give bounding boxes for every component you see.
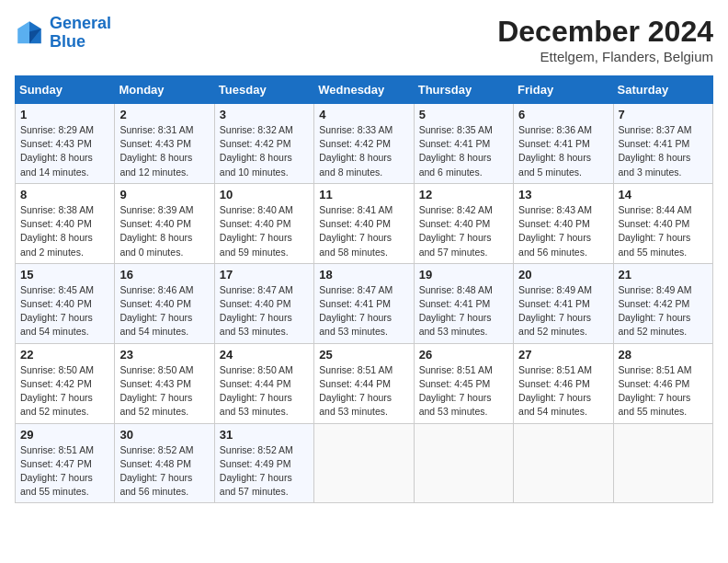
day-info: Sunrise: 8:39 AMSunset: 4:40 PMDaylight:… xyxy=(119,203,209,259)
calendar-cell xyxy=(314,423,414,503)
day-info: Sunrise: 8:31 AMSunset: 4:43 PMDaylight:… xyxy=(119,123,209,179)
logo-icon xyxy=(15,18,44,48)
header-friday: Friday xyxy=(514,76,613,104)
calendar-cell: 21Sunrise: 8:49 AMSunset: 4:42 PMDayligh… xyxy=(613,263,712,343)
header-saturday: Saturday xyxy=(613,76,712,104)
page-header: General Blue December 2024 Ettelgem, Fla… xyxy=(15,15,713,64)
day-info: Sunrise: 8:50 AMSunset: 4:43 PMDaylight:… xyxy=(119,363,209,419)
day-info: Sunrise: 8:37 AMSunset: 4:41 PMDaylight:… xyxy=(619,123,708,179)
day-number: 4 xyxy=(319,108,408,121)
logo-line1: General xyxy=(50,14,111,32)
header-monday: Monday xyxy=(115,76,214,104)
day-info: Sunrise: 8:51 AMSunset: 4:47 PMDaylight:… xyxy=(20,443,109,500)
day-number: 22 xyxy=(20,348,109,362)
calendar-cell: 9Sunrise: 8:39 AMSunset: 4:40 PMDaylight… xyxy=(115,183,214,263)
day-info: Sunrise: 8:49 AMSunset: 4:42 PMDaylight:… xyxy=(619,283,708,339)
day-info: Sunrise: 8:41 AMSunset: 4:40 PMDaylight:… xyxy=(319,203,408,259)
day-info: Sunrise: 8:42 AMSunset: 4:40 PMDaylight:… xyxy=(419,203,508,259)
day-number: 21 xyxy=(619,268,708,282)
day-number: 31 xyxy=(220,428,309,442)
calendar-cell xyxy=(613,423,712,503)
day-info: Sunrise: 8:48 AMSunset: 4:41 PMDaylight:… xyxy=(419,283,508,339)
calendar-cell: 25Sunrise: 8:51 AMSunset: 4:44 PMDayligh… xyxy=(314,343,414,423)
day-info: Sunrise: 8:32 AMSunset: 4:42 PMDaylight:… xyxy=(220,123,309,179)
day-info: Sunrise: 8:47 AMSunset: 4:41 PMDaylight:… xyxy=(319,283,408,339)
calendar-cell xyxy=(514,423,613,503)
day-number: 3 xyxy=(220,108,309,121)
day-info: Sunrise: 8:47 AMSunset: 4:40 PMDaylight:… xyxy=(220,283,309,339)
day-number: 18 xyxy=(319,268,408,282)
logo-text: General Blue xyxy=(50,15,111,52)
day-info: Sunrise: 8:29 AMSunset: 4:43 PMDaylight:… xyxy=(20,123,109,179)
calendar-cell: 20Sunrise: 8:49 AMSunset: 4:41 PMDayligh… xyxy=(514,263,613,343)
calendar-cell: 14Sunrise: 8:44 AMSunset: 4:40 PMDayligh… xyxy=(613,183,712,263)
day-info: Sunrise: 8:51 AMSunset: 4:45 PMDaylight:… xyxy=(419,363,508,419)
day-info: Sunrise: 8:50 AMSunset: 4:44 PMDaylight:… xyxy=(220,363,309,419)
day-number: 15 xyxy=(20,268,109,282)
calendar-table: SundayMondayTuesdayWednesdayThursdayFrid… xyxy=(15,75,713,503)
calendar-cell: 2Sunrise: 8:31 AMSunset: 4:43 PMDaylight… xyxy=(115,104,214,184)
day-info: Sunrise: 8:51 AMSunset: 4:46 PMDaylight:… xyxy=(518,363,608,419)
day-number: 5 xyxy=(419,108,508,121)
day-info: Sunrise: 8:49 AMSunset: 4:41 PMDaylight:… xyxy=(518,283,608,339)
location-subtitle: Ettelgem, Flanders, Belgium xyxy=(497,49,713,64)
day-info: Sunrise: 8:35 AMSunset: 4:41 PMDaylight:… xyxy=(419,123,508,179)
day-number: 13 xyxy=(518,188,608,201)
calendar-week-row: 15Sunrise: 8:45 AMSunset: 4:40 PMDayligh… xyxy=(16,263,713,343)
day-info: Sunrise: 8:36 AMSunset: 4:41 PMDaylight:… xyxy=(518,123,608,179)
svg-marker-1 xyxy=(17,21,29,43)
month-title: December 2024 xyxy=(497,15,713,49)
calendar-cell: 16Sunrise: 8:46 AMSunset: 4:40 PMDayligh… xyxy=(115,263,214,343)
calendar-cell: 22Sunrise: 8:50 AMSunset: 4:42 PMDayligh… xyxy=(16,343,115,423)
calendar-cell xyxy=(414,423,513,503)
calendar-week-row: 8Sunrise: 8:38 AMSunset: 4:40 PMDaylight… xyxy=(16,183,713,263)
day-number: 6 xyxy=(518,108,608,121)
header-sunday: Sunday xyxy=(16,76,115,104)
calendar-header-row: SundayMondayTuesdayWednesdayThursdayFrid… xyxy=(16,76,713,104)
day-info: Sunrise: 8:51 AMSunset: 4:46 PMDaylight:… xyxy=(619,363,708,419)
day-number: 20 xyxy=(518,268,608,282)
day-number: 29 xyxy=(20,428,109,442)
day-number: 17 xyxy=(220,268,309,282)
calendar-cell: 6Sunrise: 8:36 AMSunset: 4:41 PMDaylight… xyxy=(514,104,613,184)
day-number: 28 xyxy=(619,348,708,362)
day-info: Sunrise: 8:40 AMSunset: 4:40 PMDaylight:… xyxy=(220,203,309,259)
calendar-cell: 11Sunrise: 8:41 AMSunset: 4:40 PMDayligh… xyxy=(314,183,414,263)
day-number: 10 xyxy=(220,188,309,201)
calendar-cell: 29Sunrise: 8:51 AMSunset: 4:47 PMDayligh… xyxy=(16,423,115,503)
calendar-cell: 1Sunrise: 8:29 AMSunset: 4:43 PMDaylight… xyxy=(16,104,115,184)
calendar-body: 1Sunrise: 8:29 AMSunset: 4:43 PMDaylight… xyxy=(16,104,713,503)
calendar-cell: 4Sunrise: 8:33 AMSunset: 4:42 PMDaylight… xyxy=(314,104,414,184)
logo: General Blue xyxy=(15,15,111,52)
calendar-cell: 24Sunrise: 8:50 AMSunset: 4:44 PMDayligh… xyxy=(214,343,313,423)
calendar-week-row: 22Sunrise: 8:50 AMSunset: 4:42 PMDayligh… xyxy=(16,343,713,423)
day-number: 16 xyxy=(119,268,209,282)
calendar-cell: 31Sunrise: 8:52 AMSunset: 4:49 PMDayligh… xyxy=(214,423,313,503)
calendar-cell: 17Sunrise: 8:47 AMSunset: 4:40 PMDayligh… xyxy=(214,263,313,343)
day-info: Sunrise: 8:52 AMSunset: 4:48 PMDaylight:… xyxy=(119,443,209,500)
calendar-cell: 10Sunrise: 8:40 AMSunset: 4:40 PMDayligh… xyxy=(214,183,313,263)
calendar-week-row: 1Sunrise: 8:29 AMSunset: 4:43 PMDaylight… xyxy=(16,104,713,184)
day-number: 14 xyxy=(619,188,708,201)
calendar-cell: 18Sunrise: 8:47 AMSunset: 4:41 PMDayligh… xyxy=(314,263,414,343)
calendar-cell: 13Sunrise: 8:43 AMSunset: 4:40 PMDayligh… xyxy=(514,183,613,263)
logo-line2: Blue xyxy=(50,32,85,51)
day-info: Sunrise: 8:45 AMSunset: 4:40 PMDaylight:… xyxy=(20,283,109,339)
day-info: Sunrise: 8:38 AMSunset: 4:40 PMDaylight:… xyxy=(20,203,109,259)
day-info: Sunrise: 8:46 AMSunset: 4:40 PMDaylight:… xyxy=(119,283,209,339)
day-number: 25 xyxy=(319,348,408,362)
calendar-cell: 8Sunrise: 8:38 AMSunset: 4:40 PMDaylight… xyxy=(16,183,115,263)
calendar-cell: 30Sunrise: 8:52 AMSunset: 4:48 PMDayligh… xyxy=(115,423,214,503)
day-number: 8 xyxy=(20,188,109,201)
calendar-cell: 15Sunrise: 8:45 AMSunset: 4:40 PMDayligh… xyxy=(16,263,115,343)
header-tuesday: Tuesday xyxy=(214,76,313,104)
day-info: Sunrise: 8:43 AMSunset: 4:40 PMDaylight:… xyxy=(518,203,608,259)
day-info: Sunrise: 8:52 AMSunset: 4:49 PMDaylight:… xyxy=(220,443,309,500)
calendar-cell: 26Sunrise: 8:51 AMSunset: 4:45 PMDayligh… xyxy=(414,343,513,423)
calendar-week-row: 29Sunrise: 8:51 AMSunset: 4:47 PMDayligh… xyxy=(16,423,713,503)
calendar-cell: 5Sunrise: 8:35 AMSunset: 4:41 PMDaylight… xyxy=(414,104,513,184)
day-info: Sunrise: 8:51 AMSunset: 4:44 PMDaylight:… xyxy=(319,363,408,419)
calendar-cell: 27Sunrise: 8:51 AMSunset: 4:46 PMDayligh… xyxy=(514,343,613,423)
day-number: 23 xyxy=(119,348,209,362)
day-number: 12 xyxy=(419,188,508,201)
